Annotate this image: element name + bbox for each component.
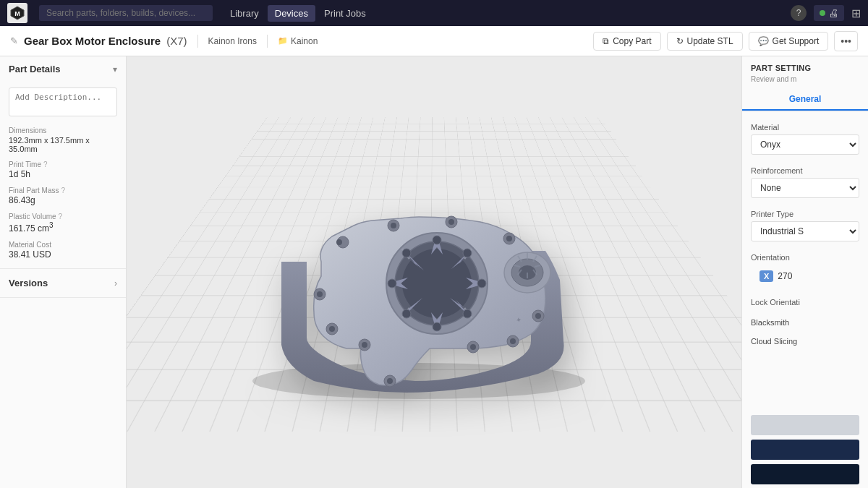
folder-name: Kainon: [291, 36, 318, 46]
versions-chevron-icon: ›: [114, 278, 117, 288]
reinforcement-group: Reinforcement None: [742, 160, 868, 204]
folder-chip[interactable]: 📁 Kainon: [278, 36, 318, 46]
part-qty: (X7): [166, 35, 187, 47]
printer-type-select[interactable]: Industrial S: [751, 221, 859, 241]
separator2: [267, 35, 268, 48]
print-time-help-icon[interactable]: ?: [43, 160, 48, 168]
chevron-down-icon: ▾: [113, 64, 117, 74]
lock-orientation-label: Lock Orientati: [751, 298, 800, 307]
printer-icon: 🖨: [828, 7, 838, 19]
orientation-label: Orientation: [751, 253, 859, 262]
help-button[interactable]: ?: [791, 5, 807, 21]
svg-point-39: [463, 249, 472, 257]
printer-type-group: Printer Type Industrial S: [742, 204, 868, 247]
user-chip[interactable]: Kainon Irons: [208, 36, 257, 46]
versions-header[interactable]: Versions ›: [0, 269, 126, 297]
left-sidebar: Part Details ▾ Dimensions 192.3mm x 137.…: [0, 56, 127, 488]
search-input[interactable]: [39, 5, 213, 21]
versions-title: Versions: [9, 278, 48, 288]
separator: [197, 35, 198, 48]
dimensions-row: Dimensions 192.3mm x 137.5mm x 35.0mm: [9, 127, 117, 153]
right-tabs: General: [742, 89, 868, 111]
update-stl-button[interactable]: ↻ Update STL: [667, 32, 743, 51]
print-time-value: 1d 5h: [9, 169, 117, 179]
svg-point-10: [506, 236, 512, 241]
print-time-label: Print Time: [9, 160, 41, 168]
logo-mark: M: [7, 3, 27, 23]
nav-right: ? 🖨 ⊞: [791, 5, 861, 21]
swatch-dark1: [751, 440, 859, 460]
part-details-header[interactable]: Part Details ▾: [0, 56, 126, 82]
svg-point-40: [477, 279, 486, 288]
svg-point-45: [402, 249, 411, 257]
plastic-volume-help-icon[interactable]: ?: [59, 213, 63, 221]
3d-part-model: ✦: [227, 135, 603, 410]
svg-point-44: [388, 279, 396, 288]
dimensions-label: Dimensions: [9, 127, 117, 134]
part-title: Gear Box Motor Enclosure: [24, 35, 161, 47]
reinforcement-label: Reinforcement: [751, 166, 859, 175]
mass-value: 86.43g: [9, 195, 117, 205]
dimensions-value: 192.3mm x 137.5mm x 35.0mm: [9, 136, 117, 153]
swatch-light: [751, 415, 859, 435]
cloud-slicing-label: Cloud Slicing: [742, 330, 868, 348]
tab-general[interactable]: General: [742, 89, 868, 111]
orient-value: 270: [778, 271, 792, 281]
svg-point-6: [391, 223, 396, 228]
material-select[interactable]: Onyx: [751, 134, 859, 155]
support-icon: 💬: [758, 36, 769, 46]
mass-help-icon[interactable]: ?: [61, 187, 65, 194]
nav-devices[interactable]: Devices: [268, 5, 315, 22]
lock-orientation-row: Lock Orientati: [742, 294, 868, 311]
get-support-button[interactable]: 💬 Get Support: [749, 32, 829, 51]
3d-view-area[interactable]: ✦: [127, 56, 741, 488]
nav-library[interactable]: Library: [223, 5, 266, 22]
orientation-group: Orientation X 270: [742, 247, 868, 294]
svg-point-26: [317, 291, 323, 297]
svg-point-16: [510, 338, 516, 344]
orient-x-badge: X: [760, 270, 773, 282]
plastic-volume-label: Plastic Volume: [9, 213, 56, 221]
svg-point-38: [433, 236, 441, 244]
blacksmith-label: Blacksmith: [742, 311, 868, 330]
svg-point-4: [336, 239, 342, 245]
right-panel-subtitle: Review and m: [742, 75, 868, 89]
reinforcement-select[interactable]: None: [751, 178, 859, 198]
nav-print-jobs[interactable]: Print Jobs: [317, 5, 373, 22]
plastic-volume-row: Plastic Volume ? 161.75 cm3: [9, 213, 117, 234]
right-sidebar: PART SETTING Review and m General Materi…: [741, 56, 868, 488]
svg-point-43: [402, 309, 411, 318]
svg-point-22: [362, 342, 367, 348]
part-details-body: Dimensions 192.3mm x 137.5mm x 35.0mm Pr…: [0, 82, 126, 268]
svg-point-14: [535, 313, 541, 319]
top-nav: M Library Devices Print Jobs ? 🖨 ⊞: [0, 0, 868, 26]
folder-icon: 📁: [278, 36, 288, 46]
svg-text:M: M: [14, 10, 20, 17]
orientation-controls: X 270: [751, 265, 859, 288]
material-group: Material Onyx: [742, 117, 868, 160]
grid-icon[interactable]: ⊞: [851, 7, 861, 20]
svg-point-42: [433, 322, 441, 331]
bottom-swatches: [742, 406, 868, 488]
copy-icon: ⧉: [603, 36, 609, 46]
mass-row: Final Part Mass ? 86.43g: [9, 187, 117, 205]
versions-section: Versions ›: [0, 269, 126, 298]
copy-part-button[interactable]: ⧉ Copy Part: [593, 32, 660, 51]
svg-point-24: [329, 326, 335, 332]
part-details-title: Part Details: [9, 64, 61, 74]
printer-indicator[interactable]: 🖨: [814, 5, 844, 21]
print-time-row: Print Time ? 1d 5h: [9, 160, 117, 179]
more-button[interactable]: •••: [834, 31, 858, 51]
material-label: Material: [751, 123, 859, 132]
swatch-dark2: [751, 464, 859, 484]
nav-links: Library Devices Print Jobs: [223, 5, 373, 22]
printer-status-dot: [820, 10, 825, 16]
printer-type-label: Printer Type: [751, 210, 859, 218]
logo-area[interactable]: M: [7, 3, 27, 23]
plastic-volume-value: 161.75 cm3: [9, 221, 117, 234]
edit-icon[interactable]: ✎: [10, 35, 18, 46]
material-cost-label: Material Cost: [9, 241, 51, 249]
description-input[interactable]: [9, 87, 117, 116]
svg-point-8: [448, 219, 454, 225]
svg-point-18: [470, 344, 476, 350]
